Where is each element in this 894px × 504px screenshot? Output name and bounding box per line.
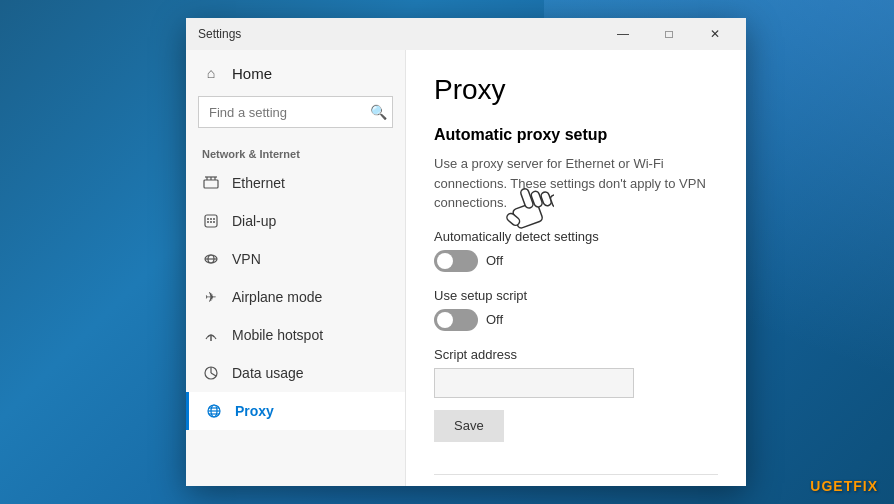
ethernet-label: Ethernet [232, 175, 285, 191]
section-divider [434, 474, 718, 475]
auto-section-desc: Use a proxy server for Ethernet or Wi-Fi… [434, 154, 718, 213]
auto-detect-label: Automatically detect settings [434, 229, 718, 244]
svg-point-10 [210, 221, 212, 223]
sidebar-item-datausage[interactable]: Data usage [186, 354, 405, 392]
setup-script-toggle-group: Off [434, 309, 718, 331]
airplane-label: Airplane mode [232, 289, 322, 305]
watermark: UGETFIX [810, 478, 878, 494]
desktop: Settings — □ ✕ ⌂ Home 🔍 [0, 0, 894, 504]
watermark-highlight: E [833, 478, 843, 494]
script-address-label: Script address [434, 347, 718, 362]
settings-window: Settings — □ ✕ ⌂ Home 🔍 [186, 18, 746, 486]
sidebar-item-vpn[interactable]: VPN [186, 240, 405, 278]
page-title: Proxy [434, 74, 718, 106]
search-input[interactable] [198, 96, 393, 128]
watermark-suffix: TFIX [844, 478, 878, 494]
save-button[interactable]: Save [434, 410, 504, 442]
setup-script-knob [437, 312, 453, 328]
window-title: Settings [198, 27, 241, 41]
setup-script-toggle[interactable] [434, 309, 478, 331]
auto-detect-toggle[interactable] [434, 250, 478, 272]
svg-point-6 [207, 218, 209, 220]
vpn-label: VPN [232, 251, 261, 267]
ethernet-icon [202, 174, 220, 192]
dialup-icon [202, 212, 220, 230]
watermark-prefix: UG [810, 478, 833, 494]
window-body: ⌂ Home 🔍 Network & Internet [186, 50, 746, 486]
sidebar: ⌂ Home 🔍 Network & Internet [186, 50, 406, 486]
vpn-icon [202, 250, 220, 268]
sidebar-item-dialup[interactable]: Dial-up [186, 202, 405, 240]
svg-point-7 [210, 218, 212, 220]
auto-detect-toggle-group: Off [434, 250, 718, 272]
home-label: Home [232, 65, 272, 82]
svg-point-15 [210, 339, 212, 341]
sidebar-item-ethernet[interactable]: Ethernet [186, 164, 405, 202]
setup-script-state: Off [486, 312, 503, 327]
sidebar-item-home[interactable]: ⌂ Home [186, 50, 405, 96]
svg-rect-0 [204, 180, 218, 188]
sidebar-section-label: Network & Internet [186, 140, 405, 164]
close-button[interactable]: ✕ [692, 18, 738, 50]
minimize-button[interactable]: — [600, 18, 646, 50]
svg-point-8 [213, 218, 215, 220]
home-icon: ⌂ [202, 64, 220, 82]
sidebar-item-proxy[interactable]: Proxy [186, 392, 405, 430]
title-bar-controls: — □ ✕ [600, 18, 738, 50]
hotspot-label: Mobile hotspot [232, 327, 323, 343]
search-icon: 🔍 [370, 104, 387, 120]
auto-section-title: Automatic proxy setup [434, 126, 718, 144]
svg-point-9 [207, 221, 209, 223]
setup-script-row: Use setup script Off [434, 288, 718, 331]
main-content: Proxy Automatic proxy setup Use a proxy … [406, 50, 746, 486]
svg-point-11 [213, 221, 215, 223]
datausage-icon [202, 364, 220, 382]
sidebar-item-hotspot[interactable]: Mobile hotspot [186, 316, 405, 354]
setup-script-label: Use setup script [434, 288, 718, 303]
dialup-label: Dial-up [232, 213, 276, 229]
proxy-icon [205, 402, 223, 420]
search-box: 🔍 [198, 96, 393, 128]
auto-detect-row: Automatically detect settings Off [434, 229, 718, 272]
script-address-input[interactable] [434, 368, 634, 398]
hotspot-icon [202, 326, 220, 344]
auto-detect-state: Off [486, 253, 503, 268]
title-bar: Settings — □ ✕ [186, 18, 746, 50]
maximize-button[interactable]: □ [646, 18, 692, 50]
datausage-label: Data usage [232, 365, 304, 381]
sidebar-item-airplane[interactable]: ✈ Airplane mode [186, 278, 405, 316]
airplane-icon: ✈ [202, 288, 220, 306]
auto-detect-knob [437, 253, 453, 269]
proxy-label: Proxy [235, 403, 274, 419]
